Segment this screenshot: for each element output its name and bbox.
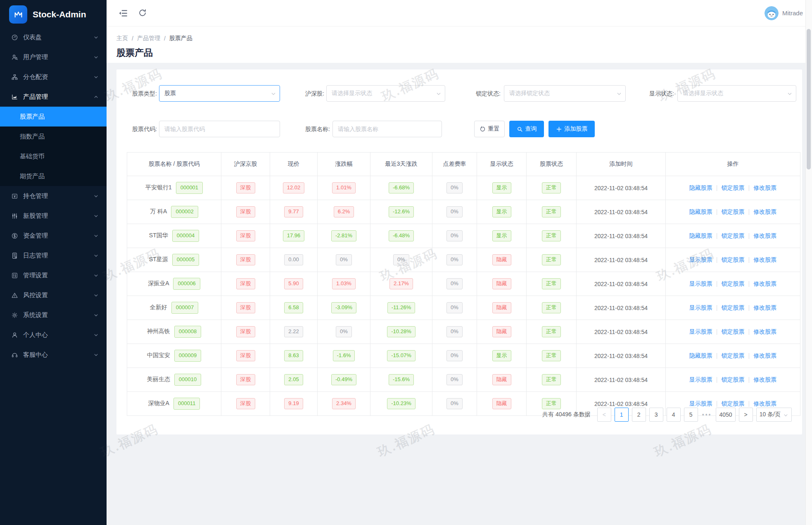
refresh-icon[interactable] (138, 8, 148, 18)
page-button-2[interactable]: 2 (632, 408, 646, 422)
action-link[interactable]: 隐藏股票 (689, 232, 712, 239)
sidebar-item-positions[interactable]: 持仓管理 (0, 186, 107, 206)
sidebar-item-service[interactable]: 客服中心 (0, 345, 107, 365)
action-link[interactable]: 锁定股票 (722, 376, 745, 383)
sidebar-item-logs[interactable]: 日志管理 (0, 246, 107, 265)
add-stock-button[interactable]: 添加股票 (548, 121, 595, 137)
action-link[interactable]: 修改股票 (753, 352, 776, 359)
action-link[interactable]: 锁定股票 (722, 256, 745, 263)
action-link[interactable]: 隐藏股票 (689, 208, 712, 215)
chevron-down-icon (436, 91, 441, 96)
chevron-down-icon (94, 253, 98, 258)
stock-code-input[interactable] (159, 121, 280, 137)
action-link[interactable]: 显示股票 (689, 280, 712, 287)
action-separator: | (748, 304, 750, 311)
time-cell: 2022-11-02 03:48:54 (577, 296, 666, 320)
action-link[interactable]: 锁定股票 (722, 184, 745, 191)
breadcrumb: 主页/产品管理/股票产品 (116, 35, 812, 42)
action-link[interactable]: 显示股票 (689, 256, 712, 263)
prev-page-button[interactable]: < (597, 408, 611, 422)
action-link[interactable]: 修改股票 (753, 256, 776, 263)
scrollbar[interactable] (805, 0, 812, 525)
sidebar-item-admin-settings[interactable]: 管理设置 (0, 265, 107, 285)
spread-badge: 0% (446, 374, 463, 385)
market-badge: 深股 (236, 374, 255, 385)
price-cell: 12.02 (270, 176, 318, 200)
reset-button[interactable]: 重置 (474, 121, 505, 137)
sidebar-item-funds[interactable]: 资金管理 (0, 226, 107, 246)
action-link[interactable]: 修改股票 (753, 400, 776, 407)
sidebar-item-dashboard[interactable]: 仪表盘 (0, 27, 107, 47)
stock-status-badge: 正常 (542, 206, 561, 217)
action-link[interactable]: 修改股票 (753, 376, 776, 383)
action-link[interactable]: 锁定股票 (722, 400, 745, 407)
action-link[interactable]: 修改股票 (753, 184, 776, 191)
action-link[interactable]: 隐藏股票 (689, 352, 712, 359)
action-link[interactable]: 锁定股票 (722, 328, 745, 335)
sidebar-item-risk-settings[interactable]: 风控设置 (0, 285, 107, 305)
search-button[interactable]: 查询 (509, 121, 544, 137)
action-link[interactable]: 锁定股票 (722, 232, 745, 239)
price-badge: 6.58 (284, 302, 303, 313)
change-cell: 0% (318, 248, 370, 272)
sidebar-item-label: 持仓管理 (23, 192, 94, 200)
price-cell: 0.00 (270, 248, 318, 272)
stock-name-cell: 平安银行1000001 (127, 176, 221, 200)
action-link[interactable]: 隐藏股票 (689, 184, 712, 191)
action-link[interactable]: 修改股票 (753, 280, 776, 287)
price-cell: 9.77 (270, 200, 318, 224)
action-link[interactable]: 修改股票 (753, 208, 776, 215)
page-button-4[interactable]: 4 (667, 408, 681, 422)
breadcrumb-item[interactable]: 产品管理 (137, 35, 160, 42)
stock-name-label: 股票名称: (299, 121, 330, 137)
sidebar-subitem-stock-products[interactable]: 股票产品 (0, 107, 107, 126)
sidebar-subitem-base-currency[interactable]: 基础货币 (0, 146, 107, 166)
sidebar-item-system-settings[interactable]: 系统设置 (0, 305, 107, 325)
sidebar-item-warehouse[interactable]: 分仓配资 (0, 67, 107, 87)
stock-name-input[interactable] (332, 121, 442, 137)
display-status-select[interactable]: 请选择显示状态 (677, 85, 796, 102)
action-link[interactable]: 显示股票 (689, 304, 712, 311)
page-button-4050[interactable]: 4050 (716, 408, 735, 422)
stock-name-cell: ST星源000005 (127, 248, 221, 272)
action-link[interactable]: 锁定股票 (722, 304, 745, 311)
scrollbar-thumb[interactable] (807, 29, 811, 169)
spread-badge: 0% (446, 182, 463, 193)
stock-type-select[interactable]: 股票 (159, 85, 280, 102)
price-badge: 12.02 (283, 182, 305, 193)
hs-select[interactable]: 请选择显示状态 (326, 85, 445, 102)
sidebar-item-new-stocks[interactable]: 新股管理 (0, 206, 107, 226)
collapse-menu-icon[interactable] (118, 8, 128, 18)
sidebar-subitem-index-products[interactable]: 指数产品 (0, 126, 107, 146)
next-page-button[interactable]: > (739, 408, 753, 422)
price-badge: 0.00 (284, 254, 303, 265)
action-link[interactable]: 修改股票 (753, 328, 776, 335)
chevron-down-icon (94, 313, 98, 317)
action-link[interactable]: 锁定股票 (722, 208, 745, 215)
sidebar-subitem-futures-products[interactable]: 期货产品 (0, 166, 107, 186)
page-button-5[interactable]: 5 (684, 408, 698, 422)
page-button-3[interactable]: 3 (649, 408, 663, 422)
action-link[interactable]: 修改股票 (753, 232, 776, 239)
sidebar-item-profile[interactable]: 个人中心 (0, 325, 107, 345)
avatar[interactable] (765, 6, 779, 20)
breadcrumb-item[interactable]: 主页 (116, 35, 128, 42)
sidebar-item-products[interactable]: 产品管理 (0, 87, 107, 107)
action-link[interactable]: 锁定股票 (722, 352, 745, 359)
action-link[interactable]: 修改股票 (753, 304, 776, 311)
sidebar-item-label: 产品管理 (23, 93, 94, 101)
action-separator: | (748, 280, 750, 287)
column-header: 操作 (666, 153, 800, 176)
action-link[interactable]: 显示股票 (689, 376, 712, 383)
action-link[interactable]: 锁定股票 (722, 280, 745, 287)
lock-status-select[interactable]: 请选择锁定状态 (504, 85, 626, 102)
sidebar-item-users[interactable]: 用户管理 (0, 47, 107, 67)
column-header: 点差费率 (432, 153, 477, 176)
visible-status-badge: 显示 (492, 206, 511, 217)
column-header: 添加时间 (577, 153, 666, 176)
page-button-1[interactable]: 1 (615, 408, 629, 422)
page-size-select[interactable]: 10 条/页 (756, 408, 792, 422)
action-link[interactable]: 显示股票 (689, 400, 712, 407)
stock-name-cell: 深振业A000006 (127, 272, 221, 296)
action-link[interactable]: 显示股票 (689, 328, 712, 335)
